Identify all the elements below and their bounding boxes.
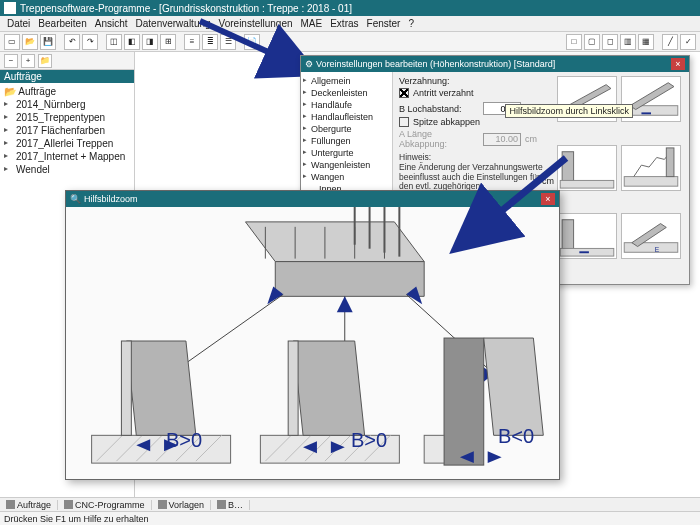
zoom-label-b1: B>0 (166, 429, 202, 452)
settings-tree-item[interactable]: Wangenleisten (303, 159, 390, 171)
help-thumbnail[interactable]: E (621, 213, 681, 259)
tool-view3-icon[interactable]: ◨ (142, 34, 158, 50)
tool-redo-icon[interactable]: ↷ (82, 34, 98, 50)
menu-datei[interactable]: Datei (4, 18, 33, 29)
tab-icon (6, 500, 15, 509)
checkbox-antritt[interactable] (399, 88, 409, 98)
settings-tree-item[interactable]: Handlaufleisten (303, 111, 390, 123)
tool-save-icon[interactable]: 💾 (40, 34, 56, 50)
settings-tree-item[interactable]: Deckenleisten (303, 87, 390, 99)
tree-item[interactable]: 2017 Flächenfarben (2, 124, 132, 137)
tab-vorlagen[interactable]: Vorlagen (152, 500, 212, 510)
title-bar: ◩ Treppensoftware-Programme - [Grundriss… (0, 0, 700, 16)
settings-tree-item[interactable]: Obergurte (303, 123, 390, 135)
tree-header: Aufträge (0, 70, 134, 83)
tool-r5-icon[interactable]: ▦ (638, 34, 654, 50)
menu-mae[interactable]: MAE (298, 18, 326, 29)
tree-tool-collapse-icon[interactable]: − (4, 54, 18, 68)
settings-dialog-title-bar[interactable]: ⚙Voreinstellungen bearbeiten (Höhenkonst… (301, 56, 689, 72)
zoom-dialog-title-bar[interactable]: 🔍Hilfsbildzoom × (66, 191, 559, 207)
svg-rect-7 (562, 151, 573, 184)
tool-open-icon[interactable]: 📂 (22, 34, 38, 50)
menu-fenster[interactable]: Fenster (364, 18, 404, 29)
svg-marker-63 (484, 338, 544, 435)
help-thumbnail[interactable] (557, 213, 617, 259)
menu-extras[interactable]: Extras (327, 18, 361, 29)
tree-root[interactable]: 📂 Aufträge (2, 85, 132, 98)
tab-auftraege[interactable]: Aufträge (0, 500, 58, 510)
checkbox-spitze[interactable] (399, 117, 409, 127)
menu-help[interactable]: ? (405, 18, 417, 29)
svg-marker-57 (293, 341, 364, 435)
tool-set3-icon[interactable]: ☰ (220, 34, 236, 50)
tool-new-icon[interactable]: ▭ (4, 34, 20, 50)
zoom-icon: 🔍 (70, 194, 81, 204)
settings-tree-item[interactable]: Wangen (303, 171, 390, 183)
tool-r4-icon[interactable]: ▥ (620, 34, 636, 50)
tab-icon (64, 500, 73, 509)
svg-rect-61 (444, 338, 484, 465)
svg-marker-46 (126, 341, 195, 435)
tool-csv-icon[interactable]: 📄 (244, 34, 260, 50)
settings-icon: ⚙ (305, 59, 313, 69)
settings-tree-item[interactable]: Füllungen (303, 135, 390, 147)
settings-tree-item[interactable]: Allgemein (303, 75, 390, 87)
tree: 📂 Aufträge 2014_Nürnberg 2015_Treppentyp… (0, 83, 134, 178)
help-thumbnail[interactable] (621, 145, 681, 191)
menu-bearbeiten[interactable]: Bearbeiten (35, 18, 89, 29)
tree-item[interactable]: Wendel (2, 163, 132, 176)
menu-ansicht[interactable]: Ansicht (92, 18, 131, 29)
zoom-dialog: 🔍Hilfsbildzoom × (65, 190, 560, 480)
tool-view1-icon[interactable]: ◫ (106, 34, 122, 50)
tree-item[interactable]: 2014_Nürnberg (2, 98, 132, 111)
svg-marker-65 (488, 451, 502, 463)
svg-marker-37 (337, 296, 353, 312)
side-unit-label: cm (542, 176, 554, 186)
tool-r2-icon[interactable]: ▢ (584, 34, 600, 50)
svg-rect-8 (560, 180, 614, 188)
tool-set2-icon[interactable]: ≣ (202, 34, 218, 50)
hint-label: Hinweis: (399, 152, 431, 162)
close-icon[interactable]: × (541, 193, 555, 205)
app-icon: ◩ (4, 2, 16, 14)
settings-tree-item[interactable]: Handläufe (303, 99, 390, 111)
svg-rect-62 (424, 435, 444, 463)
tool-line-icon[interactable]: ╱ (662, 34, 678, 50)
hint-text: Eine Änderung der Verzahnungswerte beein… (399, 162, 543, 192)
svg-text:E: E (655, 247, 660, 254)
tool-view2-icon[interactable]: ◧ (124, 34, 140, 50)
tool-undo-icon[interactable]: ↶ (64, 34, 80, 50)
svg-rect-9 (624, 176, 678, 186)
svg-rect-58 (288, 341, 298, 435)
section-label: Verzahnung: (399, 76, 553, 86)
svg-marker-20 (275, 262, 424, 297)
bottom-tabs: Aufträge CNC-Programme Vorlagen B… (0, 497, 700, 511)
svg-rect-39 (92, 435, 231, 463)
label-a: A Länge Abkappung: (399, 129, 479, 149)
svg-rect-10 (666, 148, 674, 177)
tooltip: Hilfsbildzoom durch Linksklick (505, 104, 633, 118)
tool-r1-icon[interactable]: □ (566, 34, 582, 50)
tool-set1-icon[interactable]: ≡ (184, 34, 200, 50)
tree-tool-expand-icon[interactable]: + (21, 54, 35, 68)
close-icon[interactable]: × (671, 58, 685, 70)
tab-more[interactable]: B… (211, 500, 250, 510)
app-title: Treppensoftware-Programme - [Grundrissko… (20, 3, 352, 14)
tree-item[interactable]: 2015_Treppentypen (2, 111, 132, 124)
svg-rect-47 (121, 341, 131, 435)
label-antritt: Antritt verzahnt (413, 88, 474, 98)
tool-check-icon[interactable]: ✓ (680, 34, 696, 50)
tab-cnc[interactable]: CNC-Programme (58, 500, 152, 510)
tool-r3-icon[interactable]: ◻ (602, 34, 618, 50)
tree-item[interactable]: 2017_Allerlei Treppen (2, 137, 132, 150)
menu-voreinstellungen[interactable]: Voreinstellungen (216, 18, 296, 29)
toolbar: ▭ 📂 💾 ↶ ↷ ◫ ◧ ◨ ⊞ ≡ ≣ ☰ 📄 □ ▢ ◻ ▥ ▦ ╱ ✓ (0, 32, 700, 52)
settings-tree-item[interactable]: Untergurte (303, 147, 390, 159)
help-thumbnail[interactable] (557, 145, 617, 191)
svg-rect-14 (624, 243, 678, 253)
tool-grid-icon[interactable]: ⊞ (160, 34, 176, 50)
menu-datenverwaltung[interactable]: Datenverwaltung (133, 18, 214, 29)
tree-tool-folder-icon[interactable]: 📁 (38, 54, 52, 68)
zoom-label-b3: B<0 (498, 425, 534, 448)
tree-item[interactable]: 2017_Internet + Mappen (2, 150, 132, 163)
